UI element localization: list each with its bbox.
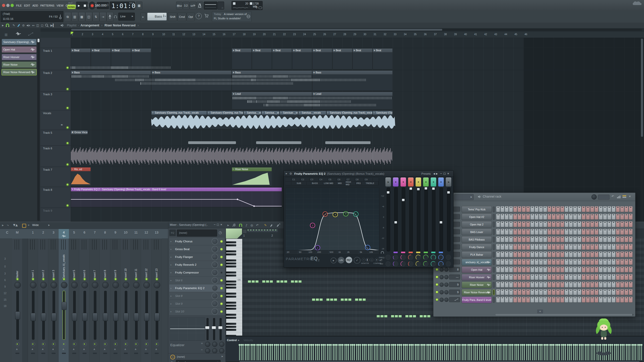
eq-band-node[interactable]: 6: [353, 211, 358, 217]
step-cell[interactable]: [582, 267, 585, 272]
step-cell[interactable]: [496, 214, 500, 219]
step-cell[interactable]: [573, 214, 577, 219]
step-cell[interactable]: [548, 282, 551, 287]
step-cell[interactable]: [603, 244, 607, 250]
step-cell[interactable]: [531, 214, 534, 219]
piano-roll-note[interactable]: [348, 298, 351, 301]
channel-target-display[interactable]: ---: [449, 275, 460, 280]
step-cell[interactable]: [629, 221, 632, 227]
step-cell[interactable]: [543, 259, 547, 265]
mixer-route-toggle[interactable]: ▲: [83, 348, 85, 350]
step-cell[interactable]: [608, 282, 611, 287]
mixer-strip-led[interactable]: [83, 278, 86, 281]
step-cell[interactable]: [518, 221, 521, 227]
step-cell[interactable]: [603, 206, 607, 212]
step-cell[interactable]: [612, 214, 615, 219]
eq-band-slider[interactable]: ✦: [423, 177, 429, 253]
close-window-button[interactable]: [2, 4, 5, 7]
piano-roll-note[interactable]: [395, 315, 398, 318]
step-cell[interactable]: [586, 252, 590, 257]
new-project-button[interactable]: ⧉: [64, 12, 71, 22]
mixer-strip-led[interactable]: [42, 278, 45, 281]
mixer-track-header[interactable]: 12: [141, 231, 151, 234]
step-cell[interactable]: [616, 221, 620, 227]
step-cell[interactable]: [556, 237, 560, 242]
step-cell[interactable]: [496, 289, 500, 295]
step-cell[interactable]: [595, 214, 598, 219]
step-cell[interactable]: [505, 206, 508, 212]
mixer-fader-handle[interactable]: [51, 313, 56, 321]
step-cell[interactable]: [573, 229, 577, 235]
step-cell[interactable]: [531, 282, 534, 287]
eq-band-slider[interactable]: ✦: [415, 177, 421, 253]
step-cell[interactable]: [522, 259, 526, 265]
step-cell[interactable]: [590, 282, 594, 287]
track-name[interactable]: Track 9: [43, 209, 52, 212]
step-cell[interactable]: [539, 237, 543, 242]
mixer-fader-handle[interactable]: [144, 313, 149, 321]
step-cell[interactable]: [556, 259, 560, 265]
eq-freq-knob[interactable]: [416, 255, 421, 260]
step-cell[interactable]: [509, 282, 513, 287]
pr-velocity-lane[interactable]: Control ▶ Velocity: [225, 337, 644, 361]
eq-bw-knob[interactable]: [408, 261, 413, 266]
playlist-clip[interactable]: ✎Fruity Parametric EQ 2 - Sanctuary (Ope…: [71, 187, 282, 207]
eq-band-type-handle[interactable]: ✦: [438, 177, 444, 187]
step-cell[interactable]: [518, 244, 521, 250]
channel-target-display[interactable]: 9: [449, 290, 460, 295]
step-cell[interactable]: [556, 267, 560, 272]
fx-eq-jump-button[interactable]: EQ: [169, 230, 176, 236]
step-cell[interactable]: [513, 252, 517, 257]
mixer-strip-led[interactable]: [73, 278, 76, 281]
step-cell[interactable]: [569, 274, 573, 280]
shift-key-button[interactable]: Shift: [168, 13, 177, 21]
step-cell[interactable]: [620, 274, 624, 280]
step-cell[interactable]: [518, 259, 521, 265]
piano-black-key[interactable]: [226, 314, 236, 316]
step-cell[interactable]: [586, 221, 590, 227]
step-cell[interactable]: [578, 267, 581, 272]
eq-band-node[interactable]: 7: [365, 245, 370, 250]
step-cell[interactable]: [539, 221, 543, 227]
step-cell[interactable]: [496, 252, 500, 257]
step-cell[interactable]: [556, 252, 560, 257]
step-cell[interactable]: [582, 229, 585, 235]
channel-enable-led[interactable]: [435, 298, 438, 301]
fx-slot-mix-knob[interactable]: [212, 308, 218, 315]
fx-slot-enable-led[interactable]: [220, 303, 223, 305]
step-cell[interactable]: [569, 289, 573, 295]
step-cell[interactable]: [629, 297, 632, 302]
step-cell[interactable]: [608, 274, 611, 280]
breadcrumb-pattern[interactable]: Riser Noise Reversed: [104, 24, 135, 27]
channel-button[interactable]: Riser Noise: [462, 282, 492, 288]
step-cell[interactable]: [569, 229, 573, 235]
step-cell[interactable]: [603, 229, 607, 235]
mixer-pan-knob[interactable]: [92, 282, 98, 288]
piano-roll-note[interactable]: [405, 315, 409, 318]
step-cell[interactable]: [535, 214, 538, 219]
mixer-track-header[interactable]: 10: [120, 231, 131, 234]
step-cell[interactable]: [556, 297, 560, 302]
step-cell[interactable]: [603, 214, 607, 219]
playlist-clip[interactable]: ≣Beat: [252, 48, 272, 69]
eq-band-group-tab[interactable]: SUB: [291, 182, 307, 185]
step-cell[interactable]: [616, 289, 620, 295]
step-cell[interactable]: [629, 252, 632, 257]
pr-pencil-icon[interactable]: ✎: [264, 223, 267, 227]
eq-freq-knob[interactable]: [408, 255, 413, 260]
step-cell[interactable]: [522, 221, 526, 227]
step-cell[interactable]: [608, 244, 611, 250]
piano-black-key[interactable]: [226, 329, 236, 331]
step-cell[interactable]: [595, 274, 598, 280]
piano-roll-note[interactable]: [270, 280, 273, 283]
playback-tool-icon[interactable]: ▶▍: [50, 24, 55, 27]
mixer-arm-button[interactable]: [145, 342, 149, 346]
eq-analyzer-button[interactable]: ▶: [331, 257, 337, 263]
menu-patterns[interactable]: PATTERNS: [40, 4, 54, 7]
pr-brush-icon[interactable]: [270, 223, 273, 227]
step-cell[interactable]: [505, 297, 508, 302]
step-cell[interactable]: [539, 282, 543, 287]
mixer-menu-arrow[interactable]: ▶: [2, 224, 4, 227]
channel-select-indicator[interactable]: [493, 282, 495, 288]
eq-band-group-tab[interactable]: MID: [334, 182, 346, 185]
